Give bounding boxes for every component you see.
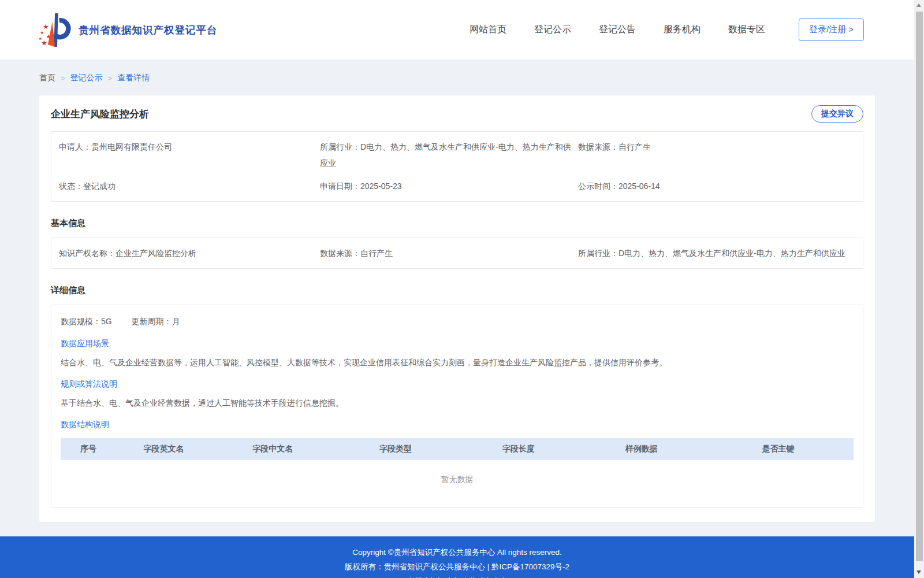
algorithm-description-label: 规则或算法说明	[61, 378, 854, 390]
data-scale-label: 数据规模：	[61, 317, 101, 326]
basic-info-box: 知识产权名称：企业生产风险监控分析 数据来源：自行产生 所属行业：D电力、热力、…	[51, 238, 863, 269]
brand[interactable]: 贵州省数据知识产权登记平台	[39, 12, 218, 48]
apply-date-value: 2025-05-23	[360, 181, 402, 191]
nav-item-service-agency[interactable]: 服务机构	[664, 24, 701, 36]
applicant-label: 申请人：	[59, 142, 91, 151]
data-structure-label: 数据结构说明	[61, 418, 854, 430]
ip-name-field: 知识产权名称：企业生产风险监控分析	[59, 242, 320, 265]
applicant-field: 申请人：贵州电网有限责任公司	[59, 135, 320, 175]
breadcrumb-separator: >	[108, 74, 113, 83]
scroll-up-icon[interactable]	[916, 3, 921, 7]
application-scene-label: 数据应用场景	[61, 338, 854, 349]
footer-org-name: 贵州省知识产权公共服务中心	[0, 575, 914, 578]
data-source-label: 数据来源：	[578, 142, 619, 151]
nav-item-home[interactable]: 网站首页	[470, 24, 506, 36]
update-cycle-field: 更新周期：月	[132, 317, 180, 326]
detail-info-box: 数据规模：5G 更新周期：月 数据应用场景 结合水、电、气及企业经营数据等，运用…	[51, 305, 863, 508]
column-header-field-cn: 字段中文名	[211, 438, 334, 460]
empty-data-text: 暂无数据	[61, 460, 854, 507]
submit-objection-button[interactable]: 提交异议	[811, 105, 863, 123]
application-scene-text: 结合水、电、气及企业经营数据等，运用人工智能、风控模型、大数据等技术，实现企业信…	[61, 356, 854, 369]
basic-data-source-value: 自行产生	[360, 249, 393, 258]
data-source-value: 自行产生	[619, 142, 651, 151]
column-header-field-type: 字段类型	[334, 438, 457, 460]
industry-field: 所属行业：D电力、热力、燃气及水生产和供应业-电力、热力生产和供应业	[320, 135, 578, 175]
applicant-value: 贵州电网有限责任公司	[91, 142, 172, 151]
status-field: 状态：登记成功	[59, 175, 320, 198]
breadcrumb: 首页 > 登记公示 > 查看详情	[39, 73, 914, 83]
top-header: 贵州省数据知识产权登记平台 网站首页 登记公示 登记公告 服务机构 数据专区 登…	[0, 0, 914, 60]
nav-item-registration-publicity[interactable]: 登记公示	[534, 24, 571, 36]
update-cycle-label: 更新周期：	[132, 317, 172, 326]
scrollbar-thumb[interactable]	[916, 12, 923, 561]
ip-name-label: 知识产权名称：	[59, 249, 116, 258]
scale-cycle-line: 数据规模：5G 更新周期：月	[61, 314, 854, 328]
column-header-primary-key: 是否主键	[703, 438, 854, 460]
site-title: 贵州省数据知识产权登记平台	[79, 23, 218, 37]
detail-card: 企业生产风险监控分析 提交异议 申请人：贵州电网有限责任公司 所属行业：D电力、…	[39, 95, 875, 523]
column-header-index: 序号	[61, 438, 116, 460]
card-head: 企业生产风险监控分析 提交异议	[51, 105, 863, 123]
basic-industry-label: 所属行业：	[578, 249, 619, 258]
status-label: 状态：	[59, 181, 83, 191]
publish-date-field: 公示时间：2025-06-14	[578, 175, 855, 198]
breadcrumb-view-detail[interactable]: 查看详情	[117, 73, 150, 83]
breadcrumb-separator: >	[61, 74, 65, 83]
data-scale-field: 数据规模：5G	[61, 317, 112, 326]
column-header-field-length: 字段长度	[457, 438, 580, 460]
page-title: 企业生产风险监控分析	[51, 108, 149, 121]
scroll-down-icon[interactable]	[916, 570, 921, 574]
basic-info-heading: 基本信息	[51, 218, 863, 229]
basic-data-source-label: 数据来源：	[320, 249, 360, 258]
data-source-field: 数据来源：自行产生	[578, 135, 855, 175]
page: 贵州省数据知识产权登记平台 网站首页 登记公示 登记公告 服务机构 数据专区 登…	[0, 0, 914, 578]
breadcrumb-home[interactable]: 首页	[39, 73, 55, 83]
apply-date-field: 申请日期：2025-05-23	[320, 175, 578, 198]
footer-copyright: Copyright ©贵州省知识产权公共服务中心 All rights rese…	[0, 546, 914, 559]
nav-item-registration-announcement[interactable]: 登记公告	[599, 24, 636, 36]
basic-industry-value: D电力、热力、燃气及水生产和供应业-电力、热力生产和供应业	[619, 249, 845, 258]
table-header-row: 序号 字段英文名 字段中文名 字段类型 字段长度 样例数据 是否主键	[61, 438, 854, 460]
summary-box: 申请人：贵州电网有限责任公司 所属行业：D电力、热力、燃气及水生产和供应业-电力…	[51, 131, 863, 202]
site-footer: Copyright ©贵州省知识产权公共服务中心 All rights rese…	[0, 536, 914, 578]
nav-item-data-zone[interactable]: 数据专区	[728, 24, 765, 36]
detail-info-heading: 详细信息	[51, 285, 863, 296]
footer-rights-icp: 版权所有：贵州省知识产权公共服务中心 | 黔ICP备17007329号-2	[0, 561, 914, 573]
status-value: 登记成功	[83, 181, 116, 191]
ip-name-value: 企业生产风险监控分析	[116, 249, 196, 258]
table-empty-row: 暂无数据	[61, 460, 854, 507]
data-structure-table: 序号 字段英文名 字段中文名 字段类型 字段长度 样例数据 是否主键 暂无数据	[61, 438, 854, 507]
main-nav: 网站首页 登记公示 登记公告 服务机构 数据专区	[470, 24, 765, 36]
update-cycle-value: 月	[172, 317, 180, 326]
column-header-field-en: 字段英文名	[116, 438, 211, 460]
basic-industry-field: 所属行业：D电力、热力、燃气及水生产和供应业-电力、热力生产和供应业	[578, 242, 855, 265]
site-logo-icon	[39, 12, 73, 48]
login-register-button[interactable]: 登录/注册 >	[799, 18, 864, 41]
publish-date-value: 2025-06-14	[619, 181, 660, 191]
vertical-scrollbar[interactable]	[914, 0, 924, 578]
column-header-sample-data: 样例数据	[580, 438, 703, 460]
basic-data-source-field: 数据来源：自行产生	[320, 242, 578, 265]
apply-date-label: 申请日期：	[320, 181, 360, 191]
breadcrumb-registration-publicity[interactable]: 登记公示	[70, 73, 103, 83]
industry-label: 所属行业：	[320, 142, 360, 151]
algorithm-description-text: 基于结合水、电、气及企业经营数据，通过人工智能等技术手段进行信息挖掘。	[61, 397, 854, 409]
data-scale-value: 5G	[101, 317, 112, 326]
publish-date-label: 公示时间：	[578, 181, 619, 191]
